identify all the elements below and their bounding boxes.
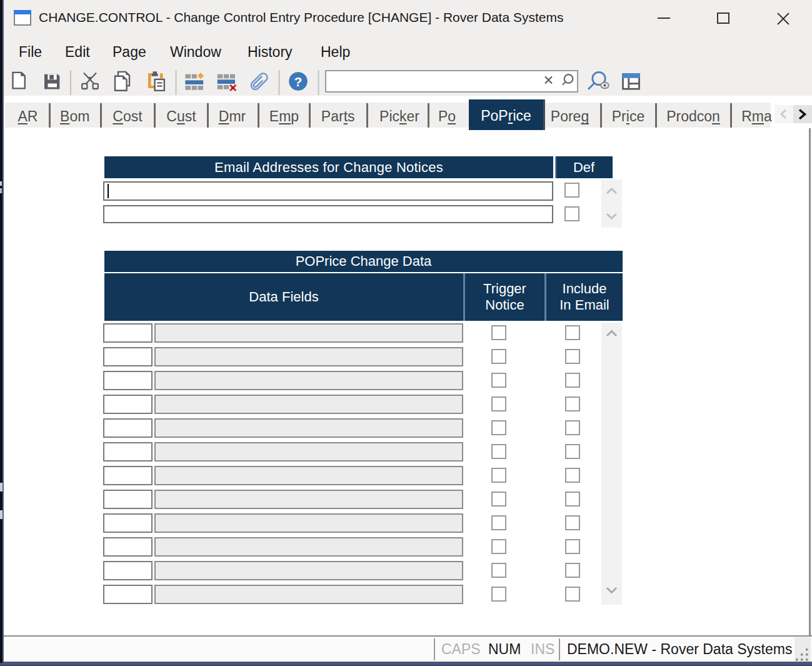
- svg-text:?: ?: [294, 74, 303, 89]
